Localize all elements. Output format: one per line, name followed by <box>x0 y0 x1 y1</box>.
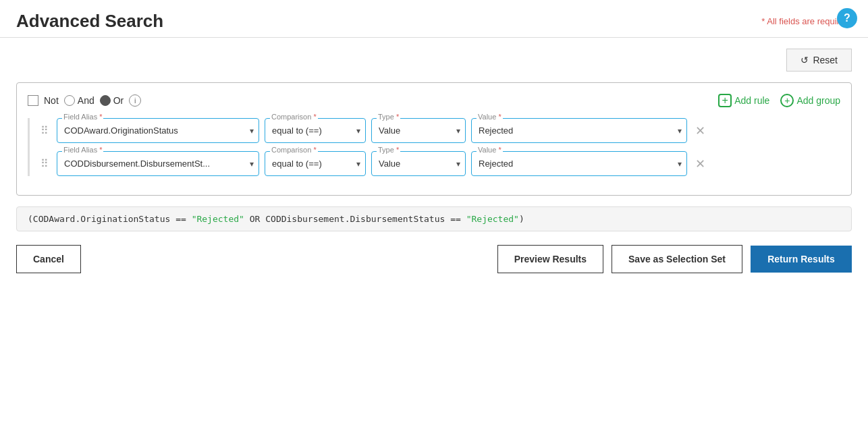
or-radio-circle <box>100 95 111 106</box>
query-field2: CODDisbursement.DisbursementStatus <box>265 214 445 224</box>
remove-rule-1-button[interactable]: ✕ <box>693 125 708 137</box>
field-alias-group-2: Field Alias * CODDisbursement.Disburseme… <box>57 151 259 176</box>
query-connector: OR <box>250 214 265 224</box>
bottom-actions: Cancel Preview Results Save as Selection… <box>16 245 852 284</box>
field-alias-label-1: Field Alias * <box>62 113 103 121</box>
query-field1: CODAward.OriginationStatus <box>33 214 171 224</box>
add-group-label: Add group <box>796 95 840 106</box>
type-group-2: Type * Value ▾ <box>371 151 466 176</box>
field-alias-group-1: Field Alias * CODAward.OriginationStatus… <box>57 118 259 143</box>
field-alias-select-1[interactable]: CODAward.OriginationStatus <box>57 118 259 143</box>
type-star-1: * <box>396 113 399 121</box>
reset-label: Reset <box>813 55 838 65</box>
comparison-text-1: Comparison <box>271 113 311 121</box>
field-alias-select-wrapper-1: Field Alias * CODAward.OriginationStatus… <box>57 118 259 143</box>
reset-icon: ↺ <box>801 55 809 65</box>
comparison-label-2: Comparison * <box>270 146 318 154</box>
add-rule-button[interactable]: + Add rule <box>718 94 769 107</box>
or-radio[interactable]: Or <box>100 95 124 106</box>
builder-actions: + Add rule + Add group <box>718 94 840 107</box>
rules-area: ⠿ Field Alias * CODAward.OriginationStat… <box>28 118 840 176</box>
info-icon[interactable]: i <box>129 94 141 107</box>
type-label-1: Type * <box>377 113 400 121</box>
value-select-wrapper-1: Value * Rejected ▾ <box>471 118 687 143</box>
comparison-select-wrapper-2: Comparison * equal to (==) ▾ <box>265 151 366 176</box>
drag-handle-1[interactable]: ⠿ <box>38 124 51 137</box>
cancel-button[interactable]: Cancel <box>16 245 81 273</box>
rule-row: ⠿ Field Alias * CODAward.OriginationStat… <box>38 118 840 143</box>
query-op1: == <box>175 214 191 224</box>
field-alias-star-2: * <box>99 146 102 154</box>
field-alias-text-2: Field Alias <box>63 146 97 154</box>
comparison-select-1[interactable]: equal to (==) <box>265 118 366 143</box>
value-select-wrapper-2: Value * Rejected ▾ <box>471 151 687 176</box>
query-text: (CODAward.OriginationStatus == "Rejected… <box>28 214 524 224</box>
query-op2: == <box>450 214 466 224</box>
not-checkbox[interactable] <box>28 95 38 106</box>
comparison-group-1: Comparison * equal to (==) ▾ <box>265 118 366 143</box>
and-radio[interactable]: And <box>64 95 94 106</box>
reset-button[interactable]: ↺ Reset <box>786 49 852 72</box>
field-alias-select-2[interactable]: CODDisbursement.DisbursementSt... <box>57 151 259 176</box>
field-alias-label-2: Field Alias * <box>62 146 103 154</box>
drag-handle-2[interactable]: ⠿ <box>38 157 51 170</box>
value-star-1: * <box>498 113 501 121</box>
type-star-2: * <box>396 146 399 154</box>
type-select-wrapper-2: Type * Value ▾ <box>371 151 466 176</box>
field-alias-text-1: Field Alias <box>63 113 97 121</box>
and-label: And <box>78 95 94 106</box>
return-results-button[interactable]: Return Results <box>751 246 852 273</box>
comparison-text-2: Comparison <box>271 146 311 154</box>
comparison-star-1: * <box>313 113 316 121</box>
comparison-label-1: Comparison * <box>270 113 318 121</box>
not-label: Not <box>44 95 59 106</box>
value-select-2[interactable]: Rejected <box>471 151 687 176</box>
value-label-1: Value * <box>477 113 503 121</box>
value-group-2: Value * Rejected ▾ <box>471 151 687 176</box>
type-text-2: Type <box>378 146 394 154</box>
or-label: Or <box>113 95 124 106</box>
type-select-1[interactable]: Value <box>371 118 466 143</box>
query-display: (CODAward.OriginationStatus == "Rejected… <box>16 206 852 231</box>
toolbar: ↺ Reset <box>16 49 852 72</box>
field-alias-select-wrapper-2: Field Alias * CODDisbursement.Disburseme… <box>57 151 259 176</box>
main-content: ↺ Reset Not And Or i + Add rule <box>0 38 868 295</box>
logic-row: Not And Or i + Add rule + Add group <box>28 94 840 107</box>
value-select-1[interactable]: Rejected <box>471 118 687 143</box>
save-selection-button[interactable]: Save as Selection Set <box>612 245 742 273</box>
value-text-1: Value <box>478 113 496 121</box>
field-alias-star-1: * <box>99 113 102 121</box>
preview-results-button[interactable]: Preview Results <box>497 245 603 273</box>
type-label-2: Type * <box>377 146 400 154</box>
comparison-select-wrapper-1: Comparison * equal to (==) ▾ <box>265 118 366 143</box>
add-group-button[interactable]: + Add group <box>780 94 840 107</box>
type-select-wrapper-1: Type * Value ▾ <box>371 118 466 143</box>
help-button[interactable]: ? <box>837 8 857 28</box>
type-select-2[interactable]: Value <box>371 151 466 176</box>
add-rule-icon: + <box>718 94 732 107</box>
page-header: Advanced Search * All fields are require… <box>0 0 868 38</box>
type-group-1: Type * Value ▾ <box>371 118 466 143</box>
add-group-icon: + <box>780 94 794 107</box>
value-star-2: * <box>498 146 501 154</box>
value-text-2: Value <box>478 146 496 154</box>
type-text-1: Type <box>378 113 394 121</box>
query-val2: "Rejected" <box>466 214 519 224</box>
page-title: Advanced Search <box>16 11 163 32</box>
query-builder: Not And Or i + Add rule + Add group <box>16 82 852 196</box>
value-label-2: Value * <box>477 146 503 154</box>
comparison-group-2: Comparison * equal to (==) ▾ <box>265 151 366 176</box>
rule-row-2: ⠿ Field Alias * CODDisbursement.Disburse… <box>38 151 840 176</box>
add-rule-label: Add rule <box>734 95 769 106</box>
comparison-star-2: * <box>313 146 316 154</box>
comparison-select-2[interactable]: equal to (==) <box>265 151 366 176</box>
and-radio-circle <box>64 95 75 106</box>
value-group-1: Value * Rejected ▾ <box>471 118 687 143</box>
remove-rule-2-button[interactable]: ✕ <box>693 158 708 170</box>
query-val1: "Rejected" <box>192 214 244 224</box>
